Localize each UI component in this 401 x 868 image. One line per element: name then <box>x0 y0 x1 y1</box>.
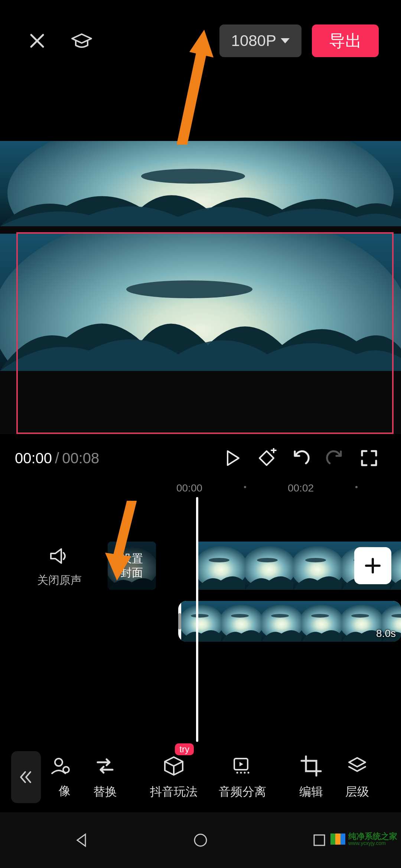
tool-edit[interactable]: 编辑 <box>277 742 345 812</box>
replace-icon <box>93 754 117 778</box>
chevron-double-left-icon <box>18 769 34 785</box>
close-icon <box>28 32 46 50</box>
svg-point-48 <box>195 834 206 846</box>
watermark-logo-icon <box>330 834 345 845</box>
undo-button[interactable] <box>284 441 318 475</box>
circle-home-icon <box>192 832 209 848</box>
tool-douyin-effects[interactable]: try 抖音玩法 <box>139 742 208 812</box>
clip-frame <box>390 542 401 590</box>
clip-frame <box>197 542 245 590</box>
watermark-url: www.ycxyjy.com <box>348 841 397 846</box>
tool-replace[interactable]: 替换 <box>71 742 139 812</box>
tool-label: 替换 <box>93 784 117 800</box>
redo-icon <box>325 448 345 468</box>
svg-point-44 <box>236 772 238 774</box>
svg-point-10 <box>209 558 229 562</box>
square-recent-icon <box>312 833 327 848</box>
keyframe-button[interactable] <box>250 441 284 475</box>
chevron-down-icon <box>281 38 290 43</box>
add-clip-button[interactable] <box>354 547 391 584</box>
tool-audio-separate[interactable]: 音频分离 <box>208 742 277 812</box>
svg-point-31 <box>271 614 289 618</box>
clip-trim-handle-left[interactable] <box>178 601 181 642</box>
set-cover-button[interactable]: 设置封面 <box>108 542 156 590</box>
tool-label: 层级 <box>345 784 369 800</box>
selection-box[interactable] <box>16 232 394 434</box>
undo-icon <box>291 448 310 468</box>
nav-home[interactable] <box>182 822 219 859</box>
clip-frame <box>181 601 221 642</box>
time-ruler: 00:00 00:02 <box>0 482 401 497</box>
cover-label: 设置封面 <box>121 552 143 580</box>
clip-strip[interactable] <box>181 601 401 642</box>
timeline[interactable]: 00:00 00:02 关闭原声 设置封面 8.0s <box>0 475 401 757</box>
tutorial-button[interactable] <box>67 26 97 56</box>
try-badge: try <box>175 743 194 755</box>
layers-icon <box>345 754 369 778</box>
audio-separate-icon <box>231 754 254 778</box>
time-total: 00:08 <box>62 450 99 467</box>
svg-point-13 <box>257 558 278 562</box>
play-icon <box>224 450 241 467</box>
svg-point-47 <box>247 772 249 774</box>
svg-point-41 <box>55 759 62 766</box>
nav-back[interactable] <box>63 822 100 859</box>
svg-point-2 <box>141 169 245 184</box>
tool-row: 像 替换 try 抖音玩法 音频分离 编辑 层级 <box>0 742 401 812</box>
clip-frame <box>293 542 342 590</box>
time-current: 00:00 <box>15 450 52 467</box>
svg-point-37 <box>351 614 369 618</box>
plus-icon <box>364 557 382 575</box>
clip-frame <box>245 542 293 590</box>
clip-frame <box>301 601 342 642</box>
graduation-cap-icon <box>71 30 93 52</box>
resolution-label: 1080P <box>231 32 276 50</box>
export-label: 导出 <box>329 30 362 52</box>
fullscreen-icon <box>361 450 378 467</box>
svg-point-28 <box>231 614 249 618</box>
export-button[interactable]: 导出 <box>312 24 379 57</box>
tool-label: 抖音玩法 <box>150 784 198 800</box>
ruler-dot <box>355 486 358 488</box>
crop-icon <box>299 754 323 778</box>
transport-bar: 00:00 / 00:08 <box>0 441 401 475</box>
cube-icon <box>162 754 186 778</box>
fullscreen-button[interactable] <box>352 441 386 475</box>
svg-point-45 <box>240 772 242 774</box>
resolution-selector[interactable]: 1080P <box>219 24 301 57</box>
clip-duration: 8.0s <box>376 628 396 640</box>
clip-frame <box>342 601 382 642</box>
play-button[interactable] <box>215 441 250 475</box>
clip-frame <box>221 601 261 642</box>
ruler-tick-0: 00:00 <box>176 482 202 494</box>
watermark-title: 纯净系统之家 <box>348 832 397 841</box>
svg-point-34 <box>311 614 329 618</box>
playhead[interactable] <box>196 497 198 742</box>
svg-point-42 <box>63 767 69 773</box>
triangle-back-icon <box>74 832 90 848</box>
watermark: 纯净系统之家 www.ycxyjy.com <box>330 832 397 846</box>
svg-point-25 <box>191 614 209 618</box>
clip-frame <box>261 601 301 642</box>
ruler-tick-1: 00:02 <box>288 482 314 494</box>
tool-label: 音频分离 <box>219 784 266 800</box>
mute-audio-button[interactable]: 关闭原声 <box>37 545 82 588</box>
redo-button[interactable] <box>318 441 352 475</box>
svg-point-46 <box>244 772 245 774</box>
video-preview[interactable] <box>0 141 401 434</box>
keyframe-add-icon <box>257 448 277 468</box>
timeline-track-pip[interactable]: 8.0s <box>178 601 401 642</box>
tool-label: 像 <box>59 783 71 799</box>
tool-avatar[interactable]: 像 <box>33 742 71 812</box>
tool-label: 编辑 <box>299 784 323 800</box>
speaker-icon <box>49 545 70 567</box>
time-separator: / <box>55 450 59 467</box>
avatar-icon <box>48 755 71 777</box>
mute-label: 关闭原声 <box>37 573 82 588</box>
tool-layer[interactable]: 层级 <box>345 742 386 812</box>
close-button[interactable] <box>22 26 52 56</box>
svg-rect-49 <box>314 835 325 845</box>
ruler-dot <box>244 486 246 488</box>
svg-point-16 <box>305 558 326 562</box>
preview-clip-top <box>0 141 401 226</box>
